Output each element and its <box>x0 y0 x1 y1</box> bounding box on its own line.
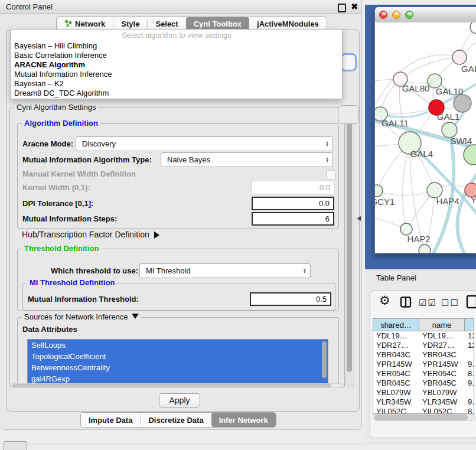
network-node-hap2[interactable] <box>400 223 412 235</box>
column-header-a[interactable]: A <box>465 319 474 331</box>
settings-hscrollbar[interactable] <box>11 383 342 388</box>
column-header-shared[interactable]: shared… <box>373 319 419 331</box>
network-node[interactable] <box>470 22 476 34</box>
kernel-width-input[interactable] <box>252 181 334 194</box>
table-row[interactable]: YBR043CYBR043C <box>373 350 474 360</box>
network-window-titlebar[interactable] <box>375 7 476 23</box>
zoom-traffic-light-icon[interactable] <box>405 11 413 19</box>
close-traffic-light-icon[interactable] <box>379 11 387 19</box>
tab-label: Infer Network <box>219 416 268 425</box>
table-row[interactable]: YBR045CYBR045C9. <box>373 379 474 388</box>
network-node-gal[interactable] <box>452 50 467 64</box>
algorithm-option-bayesian-k2[interactable]: Bayesian – K2 <box>11 79 342 89</box>
table-cell <box>465 388 474 397</box>
network-node[interactable] <box>464 145 476 165</box>
table-cell: 9. <box>465 397 474 407</box>
network-edge[interactable] <box>377 190 435 195</box>
select-all-icon[interactable]: ☑☑ <box>419 298 437 308</box>
dpi-tolerance-label: DPI Tolerance [0,1]: <box>22 197 93 210</box>
network-node-gcy1[interactable] <box>375 185 383 197</box>
table-row[interactable]: YPR145WYPR145W9. <box>373 360 474 369</box>
attribute-option-betweennesscentrality[interactable]: BetweennessCentrality <box>28 362 328 373</box>
table-row[interactable]: YLR345WYLR345W9. <box>373 397 474 407</box>
network-node[interactable] <box>454 94 471 112</box>
table-cell: YIL052C <box>373 407 419 414</box>
partial-focused-button[interactable] <box>341 53 357 71</box>
dpi-tolerance-input[interactable] <box>252 197 334 210</box>
table-cell: YBR043C <box>373 350 419 360</box>
node-label-y: Y <box>471 195 476 205</box>
table-cell: YIL052C <box>419 407 465 414</box>
network-window: GALGAL80GAL10GAL1GAL11SWI4GAL4GCY1HAP4YH… <box>374 7 476 253</box>
tab-discretize-data[interactable]: Discretize Data <box>141 413 211 427</box>
network-canvas[interactable]: GALGAL80GAL10GAL1GAL11SWI4GAL4GCY1HAP4YH… <box>375 22 476 253</box>
network-edge[interactable] <box>403 143 410 229</box>
list-scrollbar[interactable] <box>322 341 327 378</box>
mi-threshold-input[interactable] <box>250 292 331 306</box>
network-edge[interactable] <box>457 170 476 253</box>
deselect-all-icon[interactable]: ☐☐ <box>441 298 459 308</box>
node-label-hap4: HAP4 <box>436 196 459 206</box>
aracne-mode-combo[interactable]: Discovery ▲▼ <box>76 136 333 151</box>
hub-section-label: Hub/Transcription Factor Definition <box>22 230 149 239</box>
vscrollbar-thumb[interactable] <box>347 112 352 372</box>
column-header-name[interactable]: name <box>419 319 465 331</box>
table-cell: YPR145W <box>419 360 465 369</box>
cursor-artifact <box>357 216 361 221</box>
mi-threshold-title: MI Threshold Definition <box>27 278 117 288</box>
mi-type-combo[interactable]: Naive Bayes ▲▼ <box>161 152 333 167</box>
table-hscrollbar-thumb[interactable] <box>374 415 468 420</box>
close-icon[interactable]: ✖ <box>351 0 358 14</box>
tab-infer-network[interactable]: Infer Network <box>211 413 276 427</box>
algorithm-option-basic-correlation-inference[interactable]: Basic Correlation Inference <box>11 51 342 60</box>
mi-threshold-group: MI Threshold Definition Mutual Informati… <box>22 283 335 311</box>
table-header-row: shared…nameA <box>373 319 474 331</box>
float-window-icon[interactable] <box>338 4 346 12</box>
table-row[interactable]: YDR27…YDR27…12 <box>373 341 474 350</box>
column-layout-icon[interactable] <box>400 296 412 308</box>
table-row[interactable]: YIL052CYIL052C8. <box>373 407 474 414</box>
algorithm-option-mutual-information-inference[interactable]: Mutual Information Inference <box>11 70 342 79</box>
manual-kernel-checkbox[interactable] <box>326 170 335 180</box>
attribute-option-selfloops[interactable]: SelfLoops <box>28 340 328 351</box>
table-row[interactable]: YER054CYER054C8. <box>373 369 474 379</box>
node-label-hap2: HAP2 <box>407 234 430 244</box>
algorithm-option-aracne-algorithm[interactable]: ARACNE Algorithm <box>11 60 342 70</box>
partial-bottom-button[interactable] <box>4 441 27 450</box>
table-cell: YBL079W <box>373 388 419 397</box>
minimize-traffic-light-icon[interactable] <box>392 11 400 19</box>
network-node[interactable] <box>419 244 431 253</box>
table-cell: 13 <box>465 331 474 341</box>
algorithm-definition-group: Algorithm Definition Aracne Mode: Discov… <box>17 123 339 229</box>
hub-section-toggle[interactable]: Hub/Transcription Factor Definition <box>22 230 159 239</box>
settings-gear-icon[interactable]: ⚙ <box>379 294 390 308</box>
table-row[interactable]: YDL19…YDL19…13 <box>373 331 474 341</box>
sources-title[interactable]: Sources for Network Inference <box>22 312 141 322</box>
mi-type-label: Mutual Information Algorithm Type: <box>22 152 152 167</box>
algorithm-option-dream8-dc-tdc-algorithm[interactable]: Dream8 DC_TDC Algorithm <box>11 89 342 98</box>
expanded-arrow-icon <box>132 314 139 319</box>
table-cell: YER054C <box>419 369 465 379</box>
apply-button[interactable]: Apply <box>159 393 200 407</box>
which-threshold-combo[interactable]: MI Threshold ▲▼ <box>139 263 311 278</box>
spinner-arrows-icon: ▲▼ <box>303 268 307 274</box>
settings-vscrollbar[interactable] <box>345 109 354 387</box>
table-panel-title: Table Panel <box>376 269 416 287</box>
table-cell: YBL079W <box>419 388 465 397</box>
data-attributes-list[interactable]: SelfLoopsTopologicalCoefficientBetweenne… <box>27 339 328 385</box>
mi-threshold-label: Mutual Information Threshold: <box>28 292 139 306</box>
document-icon[interactable] <box>466 295 476 309</box>
node-table[interactable]: shared…nameA YDL19…YDL19…13YDR27…YDR27…1… <box>373 318 474 414</box>
tab-impute-data[interactable]: Impute Data <box>81 413 140 427</box>
attribute-option-topologicalcoefficient[interactable]: TopologicalCoefficient <box>28 351 328 362</box>
mi-steps-input[interactable] <box>252 212 334 226</box>
network-edge[interactable] <box>380 107 436 117</box>
node-label-gal10: GAL10 <box>436 86 464 96</box>
table-cell: YBR045C <box>373 379 419 388</box>
table-row[interactable]: YBL079WYBL079W <box>373 388 474 397</box>
algorithm-option-bayesian-hill-climbing[interactable]: Bayesian – Hill Climbing <box>11 41 342 51</box>
table-hscrollbar[interactable] <box>373 414 475 421</box>
network-icon <box>64 19 72 29</box>
mi-type-value: Naive Bayes <box>167 155 210 164</box>
hscrollbar-thumb[interactable] <box>12 384 331 387</box>
